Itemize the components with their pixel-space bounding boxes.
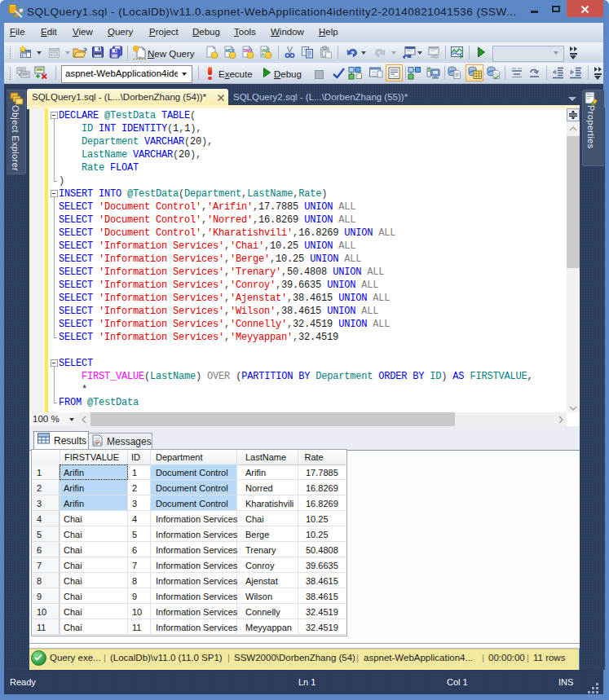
svg-text:DMX: DMX: [244, 48, 254, 53]
svg-text:MDX: MDX: [226, 48, 236, 53]
svg-text:A: A: [262, 52, 265, 57]
